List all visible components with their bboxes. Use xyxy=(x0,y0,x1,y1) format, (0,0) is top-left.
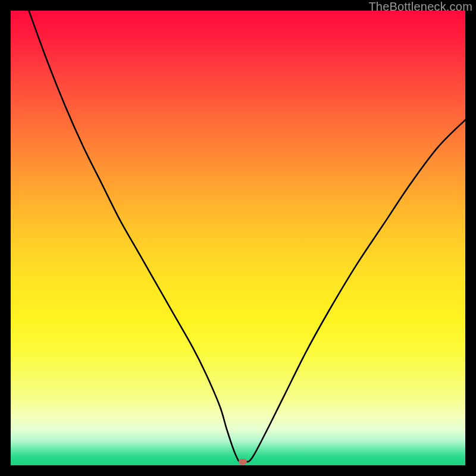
chart-frame: TheBottleneck.com xyxy=(0,0,476,476)
optimum-marker xyxy=(239,459,247,465)
plot-area xyxy=(11,11,465,465)
bottleneck-curve xyxy=(11,11,465,465)
